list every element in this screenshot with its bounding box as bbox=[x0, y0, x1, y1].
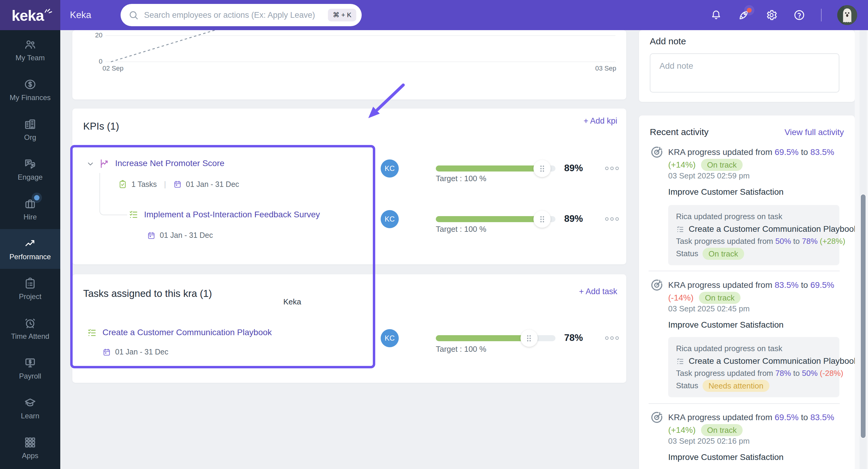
sidebar-item-hire[interactable]: Hire bbox=[0, 189, 60, 229]
time-attend-clock-icon bbox=[24, 317, 36, 330]
settings-gear-icon[interactable] bbox=[766, 9, 778, 21]
subcard-to[interactable]: 78% bbox=[802, 237, 818, 246]
logo-spark-icon bbox=[41, 4, 54, 16]
task-target-label: Target : 100 % bbox=[436, 345, 487, 353]
task-checklist-icon bbox=[676, 225, 684, 233]
subtask-name-link[interactable]: Implement a Post-Interaction Feedback Su… bbox=[144, 210, 320, 219]
kra-name: Improve Customer Satisfaction bbox=[668, 187, 844, 197]
dashed-trend-line bbox=[72, 30, 626, 99]
progress-drag-handle[interactable] bbox=[533, 160, 551, 177]
search-input[interactable] bbox=[144, 10, 328, 20]
subtask-date-range: 01 Jan - 31 Dec bbox=[160, 231, 213, 240]
kpi-tree-connector bbox=[99, 173, 127, 215]
task-checklist-icon bbox=[128, 209, 138, 222]
task-more-menu[interactable] bbox=[605, 336, 619, 340]
kpi-expand-chevron-icon[interactable] bbox=[86, 160, 95, 170]
progress-to-link[interactable]: 69.5% bbox=[810, 280, 834, 290]
to-word: to bbox=[793, 237, 800, 246]
assignee-avatar[interactable]: KC bbox=[381, 210, 399, 228]
recent-activity-card: Recent activity View full activity KRA p… bbox=[639, 116, 855, 469]
to-word: to bbox=[801, 280, 808, 290]
subcard-from[interactable]: 50% bbox=[775, 237, 791, 246]
kra-target-icon bbox=[650, 145, 664, 159]
notifications-bell-icon[interactable] bbox=[710, 9, 722, 21]
kra-target-icon bbox=[650, 278, 664, 292]
status-badge: On track bbox=[701, 159, 743, 171]
activity-timestamp: 03 Sept 2025 02:59 pm bbox=[668, 170, 844, 181]
whats-new-rocket-icon[interactable] bbox=[738, 9, 750, 21]
sidebar-item-org[interactable]: Org bbox=[0, 110, 60, 150]
learn-graduation-icon bbox=[24, 396, 36, 409]
kpis-card: KPIs (1) + Add kpi Increase Net Promoter… bbox=[72, 108, 626, 264]
user-avatar[interactable] bbox=[837, 5, 857, 25]
team-people-icon bbox=[24, 38, 36, 51]
sidebar-item-label: Org bbox=[24, 133, 36, 142]
subcard-to[interactable]: 50% bbox=[802, 369, 818, 378]
activity-divider bbox=[649, 403, 840, 404]
rocket-notification-dot bbox=[747, 8, 752, 13]
performance-trend-icon bbox=[24, 237, 36, 250]
sidebar-item-apps[interactable]: Apps bbox=[0, 428, 60, 468]
sidebar-item-label: Apps bbox=[22, 451, 38, 460]
subtask-date-row: 01 Jan - 31 Dec bbox=[147, 231, 213, 240]
subtask-progress-bar bbox=[436, 216, 555, 222]
top-bar: keka Keka ⌘ + K bbox=[0, 0, 868, 30]
task-name-link[interactable]: Create a Customer Communication Playbook bbox=[102, 327, 272, 337]
kpi-name-link[interactable]: Increase Net Promoter Score bbox=[115, 159, 224, 168]
sidebar-item-project[interactable]: Project bbox=[0, 269, 60, 309]
progress-from-link[interactable]: 69.5% bbox=[775, 413, 798, 422]
view-full-activity-link[interactable]: View full activity bbox=[784, 127, 844, 137]
sidebar-item-time-attend[interactable]: Time Attend bbox=[0, 309, 60, 348]
add-kpi-button[interactable]: + Add kpi bbox=[584, 116, 617, 126]
kpi-progress-percent: 89% bbox=[564, 163, 583, 174]
kpi-more-menu[interactable] bbox=[605, 167, 619, 170]
assignee-avatar[interactable]: KC bbox=[381, 329, 399, 347]
delta-text: (+14%) bbox=[668, 425, 695, 435]
progress-drag-handle[interactable] bbox=[521, 330, 538, 347]
sidebar-item-engage[interactable]: Engage bbox=[0, 150, 60, 189]
progress-to-link[interactable]: 83.5% bbox=[810, 413, 834, 422]
sidebar-item-label: Project bbox=[19, 292, 41, 301]
task-checklist-icon bbox=[676, 357, 684, 365]
sidebar-item-my-team[interactable]: My Team bbox=[0, 30, 60, 70]
sidebar-item-performance[interactable]: Performance bbox=[0, 229, 60, 269]
kpi-progress-fill bbox=[436, 165, 542, 171]
subcard-from[interactable]: 78% bbox=[775, 369, 791, 378]
keka-logo[interactable]: keka bbox=[0, 0, 60, 30]
kpi-tasks-count: 1 Tasks bbox=[131, 180, 157, 189]
assignee-avatar[interactable]: KC bbox=[381, 159, 399, 178]
progress-from-link[interactable]: 83.5% bbox=[775, 280, 798, 290]
subcard-task-name[interactable]: Create a Customer Communication Playbook bbox=[689, 223, 855, 235]
status-badge: On track bbox=[703, 248, 744, 260]
delta-text: (+14%) bbox=[668, 160, 695, 170]
subtask-more-menu[interactable] bbox=[605, 217, 619, 221]
page-scrollbar-thumb[interactable] bbox=[860, 194, 866, 439]
keka-overlay-text: Keka bbox=[283, 297, 301, 307]
task-checklist-icon bbox=[87, 327, 97, 340]
subtask-progress-fill bbox=[436, 216, 542, 222]
activity-divider bbox=[649, 271, 840, 271]
add-note-title: Add note bbox=[650, 36, 686, 46]
sidebar-item-payroll[interactable]: Payroll bbox=[0, 348, 60, 388]
subtask-target-label: Target : 100 % bbox=[436, 224, 487, 233]
progress-from-link[interactable]: 69.5% bbox=[775, 147, 798, 157]
progress-to-link[interactable]: 83.5% bbox=[810, 147, 834, 157]
subcard-progress-intro: Task progress updated from bbox=[676, 369, 773, 378]
sidebar-item-my-finances[interactable]: My Finances bbox=[0, 70, 60, 110]
sidebar-item-learn[interactable]: Learn bbox=[0, 388, 60, 428]
sidebar-item-label: My Team bbox=[16, 54, 45, 62]
activity-item: KRA progress updated from 83.5% to 69.5%… bbox=[650, 277, 844, 404]
subcard-task-name[interactable]: Create a Customer Communication Playbook bbox=[689, 355, 855, 367]
apps-grid-icon bbox=[24, 436, 36, 449]
global-search[interactable]: ⌘ + K bbox=[121, 4, 362, 26]
x-tick-02sep: 02 Sep bbox=[102, 64, 138, 72]
kpi-progress-bar bbox=[436, 165, 555, 171]
sidebar-item-label: My Finances bbox=[10, 93, 51, 102]
help-icon[interactable] bbox=[793, 9, 805, 21]
sidebar-item-label: Time Attend bbox=[11, 332, 49, 341]
keka-logo-text: keka bbox=[11, 7, 44, 24]
status-badge: Needs attention bbox=[703, 380, 770, 392]
progress-drag-handle[interactable] bbox=[533, 211, 551, 228]
add-note-input[interactable] bbox=[650, 53, 839, 93]
add-task-button[interactable]: + Add task bbox=[579, 287, 617, 296]
